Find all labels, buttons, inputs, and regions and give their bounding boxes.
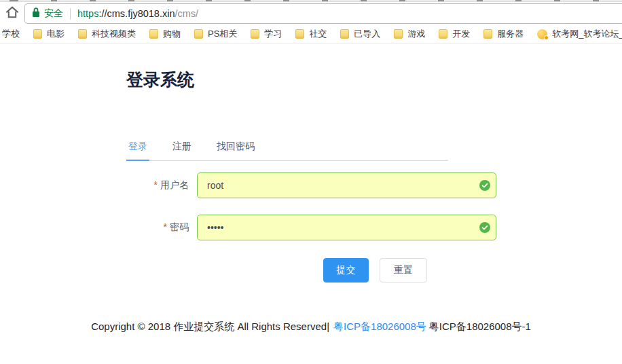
required-asterisk: * <box>164 221 167 232</box>
bookmark-item-study[interactable]: 学习 <box>251 28 282 40</box>
bookmark-label: 开发 <box>452 28 470 40</box>
password-input[interactable] <box>197 215 496 240</box>
form-buttons: 提交 重置 <box>323 258 622 283</box>
bookmark-item-ps-related[interactable]: PS相关 <box>194 28 237 40</box>
folder-icon <box>394 29 403 39</box>
bookmark-item-movies[interactable]: 电影 <box>33 28 65 40</box>
password-field-wrap <box>197 215 496 240</box>
valid-check-icon <box>479 180 490 191</box>
home-button[interactable] <box>3 5 21 22</box>
bookmark-item-servers[interactable]: 服务器 <box>483 28 524 40</box>
bookmark-item-school[interactable]: 学校 <box>2 28 20 40</box>
password-label: *密码 <box>126 221 189 234</box>
bookmark-item-imported[interactable]: 已导入 <box>340 28 380 40</box>
bookmark-item-tech-videos[interactable]: 科技视频类 <box>78 28 136 40</box>
bookmark-item-shopping[interactable]: 购物 <box>149 28 181 40</box>
bookmark-label: 服务器 <box>497 28 524 40</box>
security-chip[interactable]: 安全 <box>32 7 63 20</box>
url-path: /cms/ <box>175 8 198 19</box>
browser-toolbar: 安全 https://cms.fjy8018.xin/cms/ <box>0 2 622 25</box>
folder-icon <box>340 29 349 39</box>
home-icon <box>5 5 20 22</box>
bookmark-label: 学校 <box>2 28 20 40</box>
tab-recover-password[interactable]: 找回密码 <box>215 137 257 160</box>
required-asterisk: * <box>154 179 158 190</box>
page-footer: Copyright © 2018 作业提交系统 All Rights Reser… <box>0 321 622 333</box>
reset-button[interactable]: 重置 <box>380 258 427 283</box>
username-input[interactable] <box>197 172 496 198</box>
username-label: *用户名 <box>126 179 189 192</box>
lock-icon <box>32 7 40 20</box>
tab-register[interactable]: 注册 <box>170 137 194 160</box>
login-page: 登录系统 登录 注册 找回密码 *用户名 *密码 <box>0 70 622 283</box>
copyright-text: Copyright © 2018 作业提交系统 All Rights Reser… <box>91 321 329 332</box>
bookmark-label: 电影 <box>47 28 65 40</box>
bookmark-label: 游戏 <box>407 28 425 40</box>
security-label: 安全 <box>44 7 63 20</box>
login-form: *用户名 *密码 <box>126 172 622 283</box>
url-host: ://cms.fjy8018.xin <box>98 8 175 19</box>
url-text: https://cms.fjy8018.xin/cms/ <box>77 8 198 19</box>
folder-icon <box>33 29 42 39</box>
page-title: 登录系统 <box>126 70 622 89</box>
icp-text: 粤ICP备18026008号-1 <box>429 321 531 332</box>
icp-link[interactable]: 粤ICP备18026008号 <box>333 321 426 332</box>
username-row: *用户名 <box>126 172 622 198</box>
bookmarks-bar: 学校 电影 科技视频类 购物 PS相关 学习 社交 已导入 游戏 开发 服务器 <box>0 25 622 43</box>
folder-icon <box>251 29 259 39</box>
folder-icon <box>295 29 304 39</box>
bookmark-label: 购物 <box>163 28 181 40</box>
folder-icon <box>439 29 447 39</box>
submit-button[interactable]: 提交 <box>323 258 369 283</box>
bookmark-label: 软考网_软考论坛_20 <box>552 28 622 40</box>
bookmark-item-social[interactable]: 社交 <box>295 28 327 40</box>
bookmark-item-ruankao-forum[interactable]: 软考网_软考论坛_20 <box>537 28 622 40</box>
tab-login[interactable]: 登录 <box>126 137 149 161</box>
bookmark-label: 已导入 <box>354 28 380 40</box>
omnibox-separator <box>70 8 71 20</box>
folder-icon <box>194 29 203 39</box>
bookmark-label: PS相关 <box>208 28 237 40</box>
folder-icon <box>483 29 492 39</box>
password-row: *密码 <box>126 215 622 240</box>
bookmark-label: 社交 <box>309 28 327 40</box>
folder-icon <box>78 29 87 39</box>
bookmark-item-games[interactable]: 游戏 <box>394 28 425 40</box>
bookmark-label: 学习 <box>264 28 282 40</box>
address-bar[interactable]: 安全 https://cms.fjy8018.xin/cms/ <box>24 3 622 24</box>
auth-tabs: 登录 注册 找回密码 <box>126 137 448 161</box>
bookmark-label: 科技视频类 <box>92 28 136 40</box>
folder-icon <box>149 29 158 39</box>
site-favicon <box>537 29 547 39</box>
bookmark-item-dev[interactable]: 开发 <box>439 28 470 40</box>
url-scheme: https <box>77 8 98 19</box>
valid-check-icon <box>479 222 490 233</box>
username-field-wrap <box>197 172 496 198</box>
